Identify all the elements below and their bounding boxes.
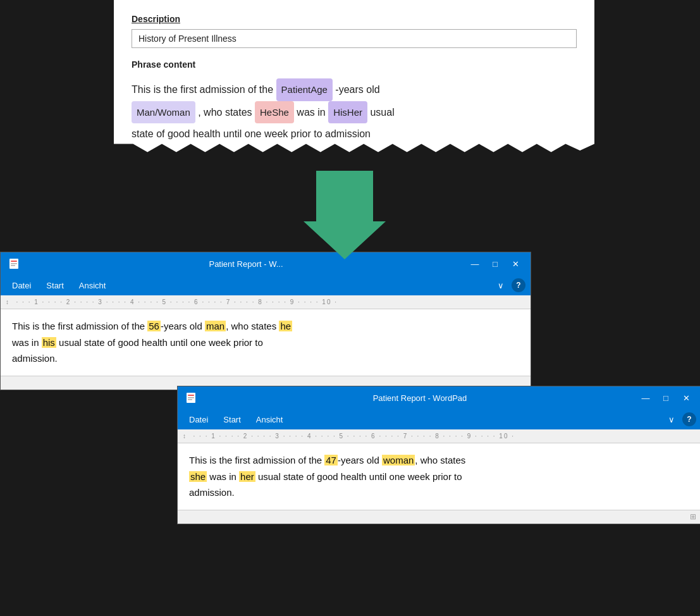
svg-rect-6 — [188, 395, 194, 396]
help-btn-1[interactable]: ? — [512, 278, 525, 292]
svg-rect-3 — [11, 263, 17, 264]
maximize-btn-1[interactable]: □ — [486, 257, 504, 271]
down-arrow — [304, 171, 386, 259]
highlight-56: 56 — [147, 321, 161, 331]
chip-patient-age[interactable]: PatientAge — [276, 78, 333, 101]
highlight-she: she — [189, 471, 207, 482]
phrase-text-5: usual — [367, 107, 395, 118]
phrase-text-6: state of good health until one week prio… — [132, 128, 371, 139]
menu-start-1[interactable]: Start — [40, 278, 70, 293]
highlight-man: man — [205, 321, 226, 331]
content-text-2f: admission. — [189, 487, 235, 498]
titlebar-1: Patient Report - W... — □ ✕ — [1, 252, 531, 275]
menu-ansicht-1[interactable]: Ansicht — [73, 278, 113, 293]
wordpad-window-2: Patient Report - WordPad — □ ✕ Datei Sta… — [177, 386, 700, 524]
resize-icon: ⊞ — [690, 512, 696, 521]
content-1: This is the first admission of the 56-ye… — [1, 309, 531, 376]
minimize-btn-1[interactable]: — — [466, 257, 484, 271]
content-text-2a: This is the first admission of the — [189, 455, 324, 465]
svg-rect-8 — [188, 399, 192, 400]
highlight-her: her — [239, 471, 255, 482]
phrase-text-2: -years old — [333, 84, 380, 95]
top-panel: Description Phrase content This is the f… — [114, 0, 594, 164]
content-text-1f: admission. — [12, 353, 58, 364]
maximize-btn-2[interactable]: □ — [657, 391, 675, 405]
highlight-he: he — [279, 321, 292, 331]
svg-marker-0 — [304, 171, 386, 259]
minimize-btn-2[interactable]: — — [637, 391, 654, 405]
ruler-2: ↕ · · · 1 · · · · 2 · · · · 3 · · · · 4 … — [178, 429, 700, 443]
svg-rect-4 — [11, 265, 15, 266]
chip-man-woman[interactable]: Man/Woman — [132, 101, 195, 124]
content-text-1d: was in — [12, 337, 42, 348]
phrase-content: This is the first admission of the Patie… — [132, 78, 577, 145]
phrase-label: Phrase content — [132, 59, 577, 70]
wordpad-window-1: Patient Report - W... — □ ✕ Datei Start … — [0, 252, 531, 390]
phrase-text-4: was in — [294, 107, 328, 118]
window-controls-2: — □ ✕ — [637, 391, 695, 405]
menu-ansicht-2[interactable]: Ansicht — [250, 412, 290, 427]
highlight-47: 47 — [324, 455, 338, 465]
svg-rect-7 — [188, 397, 194, 398]
content-text-2d: was in — [207, 471, 239, 482]
content-2: This is the first admission of the 47-ye… — [178, 443, 700, 510]
window-controls-1: — □ ✕ — [466, 257, 524, 271]
svg-rect-2 — [11, 261, 17, 262]
content-text-2e: usual state of good health until one wee… — [255, 471, 462, 482]
content-text-1a: This is the first admission of the — [12, 321, 147, 331]
description-label: Description — [132, 14, 577, 24]
content-text-1b: -years old — [161, 321, 205, 331]
statusbar-2: ⊞ — [178, 510, 700, 524]
wordpad-icon-2 — [184, 391, 198, 405]
ruler-1: ↕ · · · 1 · · · · 2 · · · · 3 · · · · 4 … — [1, 295, 531, 309]
chip-heshe[interactable]: HeShe — [255, 101, 294, 124]
menu-datei-2[interactable]: Datei — [183, 412, 214, 427]
content-text-1c: , who states — [226, 321, 279, 331]
menu-chevron-2[interactable]: ∨ — [663, 412, 680, 427]
content-text-1e: usual state of good health until one wee… — [56, 337, 263, 348]
menubar-2: Datei Start Ansicht ∨ ? — [178, 409, 700, 429]
phrase-text-1: This is the first admission of the — [132, 84, 276, 95]
menu-start-2[interactable]: Start — [217, 412, 247, 427]
close-btn-1[interactable]: ✕ — [507, 257, 524, 271]
highlight-his: his — [42, 337, 56, 348]
help-btn-2[interactable]: ? — [682, 412, 696, 426]
highlight-woman: woman — [382, 455, 415, 465]
menu-chevron-1[interactable]: ∨ — [493, 278, 509, 293]
content-text-2b: -years old — [338, 455, 382, 465]
menubar-1: Datei Start Ansicht ∨ ? — [1, 275, 531, 295]
window-title-1: Patient Report - W... — [26, 259, 466, 269]
wordpad-icon-1 — [7, 257, 21, 271]
menu-datei-1[interactable]: Datei — [6, 278, 37, 293]
close-btn-2[interactable]: ✕ — [677, 391, 695, 405]
content-text-2c: , who states — [415, 455, 465, 465]
description-input[interactable] — [132, 29, 577, 48]
titlebar-2: Patient Report - WordPad — □ ✕ — [178, 386, 700, 409]
window-title-2: Patient Report - WordPad — [203, 393, 637, 403]
phrase-text-3: , who states — [195, 107, 255, 118]
chip-hisher[interactable]: HisHer — [328, 101, 367, 124]
